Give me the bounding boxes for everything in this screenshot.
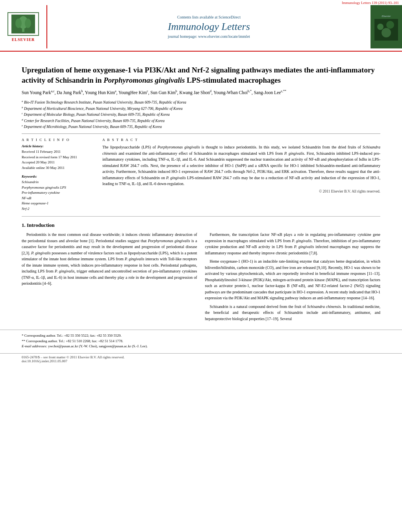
svg-point-8 bbox=[377, 24, 383, 30]
keyword-nrf2: Nrf-2 bbox=[22, 206, 94, 212]
intro-title: 1. Introduction bbox=[22, 222, 380, 228]
footnote-corresponding-1: * Corresponding author. Tel.: +82 55 350… bbox=[22, 333, 380, 339]
abstract-label: A B S T R A C T bbox=[102, 138, 380, 142]
article-title: Upregulation of heme oxygenase-1 via PI3… bbox=[22, 65, 380, 85]
keyword-nfkb: NF-κB bbox=[22, 196, 94, 201]
svg-rect-2 bbox=[22, 26, 24, 32]
journal-top-bar: ELSEVIER Contents lists available at Sci… bbox=[0, 5, 402, 48]
received-date: Received 11 February 2011 bbox=[22, 149, 94, 155]
accepted-date: Accepted 20 May 2011 bbox=[22, 160, 94, 165]
svg-point-9 bbox=[386, 21, 394, 29]
article-info-label: A R T I C L E I N F O bbox=[22, 138, 94, 142]
article-info-column: A R T I C L E I N F O Article history: R… bbox=[22, 138, 94, 211]
journal-reference: Immunology Letters 139 (2011) 93–101 bbox=[0, 0, 402, 5]
available-date: Available online 30 May 2011 bbox=[22, 165, 94, 171]
keyword-pg-lps: Porphyromonas gingivalis LPS bbox=[22, 185, 94, 191]
journal-center: Contents lists available at ScienceDirec… bbox=[47, 5, 371, 48]
authors-line: Sun Young Parka,c, Da Jung Parkb, Young … bbox=[22, 89, 380, 96]
footnote-emails: E-mail addresses: ywchoi@pusan.ac.kr (Y.… bbox=[22, 344, 380, 349]
keyword-cytokine: Pro-inflammatory cytokine bbox=[22, 190, 94, 196]
elsevier-logo: ELSEVIER bbox=[0, 5, 47, 48]
journal-header: Immunology Letters 139 (2011) 93–101 ELS… bbox=[0, 0, 402, 52]
footnote-corresponding-2: ** Corresponding author. Tel.: +82 51 51… bbox=[22, 339, 380, 344]
journal-homepage: journal homepage: www.elsevier.com/locat… bbox=[168, 34, 250, 39]
intro-para-3: Heme oxygenase-1 (HO-1) is an inducible … bbox=[205, 258, 381, 301]
abstract-text: The lipopolysaccharide (LPS) of Porphyro… bbox=[102, 144, 380, 187]
intro-para-2: Furthermore, the transcription factor NF… bbox=[205, 232, 381, 256]
copyright: © 2011 Elsevier B.V. All rights reserved… bbox=[102, 189, 380, 193]
body-right-col: Furthermore, the transcription factor NF… bbox=[205, 232, 381, 324]
section-divider bbox=[22, 216, 380, 217]
doi-line: doi:10.1016/j.imlet.2011.05.007 bbox=[22, 359, 380, 363]
introduction-section: 1. Introduction bbox=[0, 222, 402, 228]
footnotes: * Corresponding author. Tel.: +82 55 350… bbox=[0, 330, 402, 349]
received-revised-date: Received in revised form 17 May 2011 bbox=[22, 155, 94, 160]
journal-cover-image: Elsevier bbox=[371, 5, 402, 48]
elsevier-tree-logo bbox=[7, 12, 39, 36]
body-left-col: Periodontitis is the most common oral di… bbox=[22, 232, 197, 324]
abstract-column: A B S T R A C T The lipopolysaccharide (… bbox=[102, 138, 380, 211]
info-abstract-row: A R T I C L E I N F O Article history: R… bbox=[22, 138, 380, 211]
intro-para-1: Periodontitis is the most common oral di… bbox=[22, 232, 197, 287]
affiliations: a Bio-IT Fusion Technology Research Inst… bbox=[22, 99, 380, 130]
keyword-schisandrin: Schisandrin bbox=[22, 180, 94, 185]
journal-title: Immunology Letters bbox=[168, 21, 250, 33]
article-section: Upregulation of heme oxygenase-1 via PI3… bbox=[0, 52, 402, 211]
divider bbox=[22, 133, 380, 134]
bottom-bar: 0165-2478/$ – see front matter © 2011 El… bbox=[0, 353, 402, 365]
sciencedirect-text: Contents lists available at ScienceDirec… bbox=[177, 15, 241, 19]
intro-para-4: Schisandrin is a natural compound derive… bbox=[205, 304, 381, 322]
svg-point-3 bbox=[15, 19, 22, 28]
issn-line: 0165-2478/$ – see front matter © 2011 El… bbox=[22, 355, 380, 359]
body-two-col: Periodontitis is the most common oral di… bbox=[0, 232, 402, 324]
article-history-title: Article history: bbox=[22, 144, 94, 148]
page: Immunology Letters 139 (2011) 93–101 ELS… bbox=[0, 0, 402, 532]
svg-point-4 bbox=[25, 19, 31, 28]
elsevier-wordmark: ELSEVIER bbox=[12, 37, 35, 42]
keywords-title: Keywords: bbox=[22, 174, 94, 178]
svg-text:Elsevier: Elsevier bbox=[382, 15, 391, 18]
keyword-ho1: Heme oxygenase-1 bbox=[22, 201, 94, 206]
keywords-section: Keywords: Schisandrin Porphyromonas ging… bbox=[22, 174, 94, 211]
svg-point-10 bbox=[382, 28, 391, 37]
